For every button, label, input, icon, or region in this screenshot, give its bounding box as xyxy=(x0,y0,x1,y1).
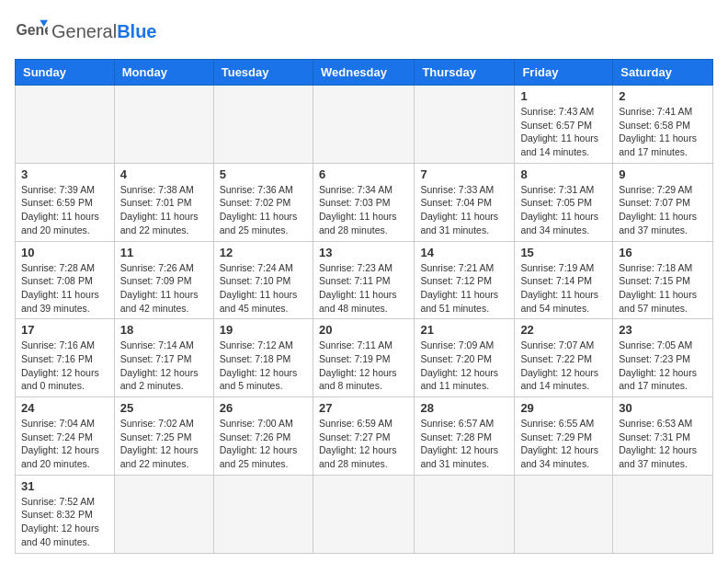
day-info: Sunrise: 7:04 AM Sunset: 7:24 PM Dayligh… xyxy=(21,417,108,471)
calendar-day-cell: 17Sunrise: 7:16 AM Sunset: 7:16 PM Dayli… xyxy=(16,319,115,397)
day-number: 1 xyxy=(520,89,607,103)
calendar-day-cell: 23Sunrise: 7:05 AM Sunset: 7:23 PM Dayli… xyxy=(613,319,713,397)
day-info: Sunrise: 7:39 AM Sunset: 6:59 PM Dayligh… xyxy=(21,183,108,237)
day-info: Sunrise: 6:57 AM Sunset: 7:28 PM Dayligh… xyxy=(420,417,508,471)
logo: General GeneralBlue xyxy=(15,15,157,48)
day-number: 30 xyxy=(619,401,707,415)
calendar-day-cell: 3Sunrise: 7:39 AM Sunset: 6:59 PM Daylig… xyxy=(16,163,115,241)
calendar-week-row: 10Sunrise: 7:28 AM Sunset: 7:08 PM Dayli… xyxy=(16,241,713,319)
weekday-header-saturday: Saturday xyxy=(613,60,713,86)
day-info: Sunrise: 7:41 AM Sunset: 6:58 PM Dayligh… xyxy=(619,105,707,159)
day-number: 28 xyxy=(420,401,508,415)
calendar-day-cell: 22Sunrise: 7:07 AM Sunset: 7:22 PM Dayli… xyxy=(515,319,613,397)
day-number: 29 xyxy=(520,401,607,415)
day-number: 14 xyxy=(420,246,508,259)
day-number: 20 xyxy=(319,323,408,337)
calendar-week-row: 17Sunrise: 7:16 AM Sunset: 7:16 PM Dayli… xyxy=(16,319,713,397)
day-number: 5 xyxy=(220,167,307,181)
day-number: 10 xyxy=(21,246,108,259)
day-info: Sunrise: 7:16 AM Sunset: 7:16 PM Dayligh… xyxy=(21,339,108,393)
calendar-day-cell: 27Sunrise: 6:59 AM Sunset: 7:27 PM Dayli… xyxy=(313,397,414,476)
day-info: Sunrise: 7:24 AM Sunset: 7:10 PM Dayligh… xyxy=(220,261,307,316)
calendar-day-cell: 10Sunrise: 7:28 AM Sunset: 7:08 PM Dayli… xyxy=(16,241,115,319)
calendar-day-cell: 20Sunrise: 7:11 AM Sunset: 7:19 PM Dayli… xyxy=(313,319,414,397)
day-info: Sunrise: 7:43 AM Sunset: 6:57 PM Dayligh… xyxy=(520,105,607,159)
day-number: 4 xyxy=(120,167,208,181)
calendar-day-cell: 6Sunrise: 7:34 AM Sunset: 7:03 PM Daylig… xyxy=(313,163,414,241)
day-info: Sunrise: 6:55 AM Sunset: 7:29 PM Dayligh… xyxy=(520,417,607,471)
weekday-header-monday: Monday xyxy=(114,60,213,86)
page-header: General GeneralBlue xyxy=(15,15,713,48)
day-number: 11 xyxy=(120,246,208,259)
day-number: 18 xyxy=(120,323,208,337)
calendar-day-cell xyxy=(114,475,213,553)
day-number: 22 xyxy=(520,323,607,337)
weekday-header-tuesday: Tuesday xyxy=(213,60,313,86)
calendar-day-cell xyxy=(114,86,213,164)
day-number: 2 xyxy=(619,89,707,103)
day-number: 13 xyxy=(319,246,408,259)
calendar-week-row: 3Sunrise: 7:39 AM Sunset: 6:59 PM Daylig… xyxy=(16,163,713,241)
day-info: Sunrise: 7:33 AM Sunset: 7:04 PM Dayligh… xyxy=(420,183,508,237)
calendar-day-cell xyxy=(613,475,713,553)
day-number: 9 xyxy=(619,167,707,181)
weekday-header-friday: Friday xyxy=(515,60,613,86)
day-info: Sunrise: 7:19 AM Sunset: 7:14 PM Dayligh… xyxy=(520,261,607,316)
day-number: 6 xyxy=(319,167,408,181)
day-info: Sunrise: 7:26 AM Sunset: 7:09 PM Dayligh… xyxy=(120,261,208,316)
logo-general-text: GeneralBlue xyxy=(51,21,157,41)
day-number: 24 xyxy=(21,401,108,415)
weekday-header-row: SundayMondayTuesdayWednesdayThursdayFrid… xyxy=(16,60,713,86)
calendar-day-cell: 8Sunrise: 7:31 AM Sunset: 7:05 PM Daylig… xyxy=(515,163,613,241)
day-number: 7 xyxy=(420,167,508,181)
day-info: Sunrise: 7:18 AM Sunset: 7:15 PM Dayligh… xyxy=(619,261,707,316)
calendar-day-cell: 31Sunrise: 7:52 AM Sunset: 8:32 PM Dayli… xyxy=(16,475,115,553)
calendar-day-cell: 19Sunrise: 7:12 AM Sunset: 7:18 PM Dayli… xyxy=(213,319,313,397)
day-info: Sunrise: 7:21 AM Sunset: 7:12 PM Dayligh… xyxy=(420,261,508,316)
calendar-day-cell: 11Sunrise: 7:26 AM Sunset: 7:09 PM Dayli… xyxy=(114,241,213,319)
logo-icon: General xyxy=(15,15,48,48)
weekday-header-thursday: Thursday xyxy=(415,60,515,86)
day-number: 27 xyxy=(319,401,408,415)
day-info: Sunrise: 7:36 AM Sunset: 7:02 PM Dayligh… xyxy=(220,183,307,237)
day-number: 3 xyxy=(21,167,108,181)
day-info: Sunrise: 7:31 AM Sunset: 7:05 PM Dayligh… xyxy=(520,183,607,237)
day-info: Sunrise: 7:05 AM Sunset: 7:23 PM Dayligh… xyxy=(619,339,707,393)
day-number: 15 xyxy=(520,246,607,259)
day-info: Sunrise: 7:02 AM Sunset: 7:25 PM Dayligh… xyxy=(120,417,208,471)
calendar-day-cell: 1Sunrise: 7:43 AM Sunset: 6:57 PM Daylig… xyxy=(515,86,613,164)
calendar-day-cell: 12Sunrise: 7:24 AM Sunset: 7:10 PM Dayli… xyxy=(213,241,313,319)
calendar-day-cell xyxy=(213,475,313,553)
day-info: Sunrise: 7:34 AM Sunset: 7:03 PM Dayligh… xyxy=(319,183,408,237)
calendar-day-cell xyxy=(313,86,414,164)
calendar-day-cell: 26Sunrise: 7:00 AM Sunset: 7:26 PM Dayli… xyxy=(213,397,313,476)
calendar-day-cell: 14Sunrise: 7:21 AM Sunset: 7:12 PM Dayli… xyxy=(415,241,515,319)
day-info: Sunrise: 7:12 AM Sunset: 7:18 PM Dayligh… xyxy=(220,339,307,393)
calendar-day-cell: 28Sunrise: 6:57 AM Sunset: 7:28 PM Dayli… xyxy=(415,397,515,476)
calendar-day-cell xyxy=(313,475,414,553)
calendar-week-row: 24Sunrise: 7:04 AM Sunset: 7:24 PM Dayli… xyxy=(16,397,713,476)
day-number: 19 xyxy=(220,323,307,337)
day-number: 8 xyxy=(520,167,607,181)
weekday-header-sunday: Sunday xyxy=(16,60,115,86)
calendar-day-cell: 4Sunrise: 7:38 AM Sunset: 7:01 PM Daylig… xyxy=(114,163,213,241)
day-info: Sunrise: 7:52 AM Sunset: 8:32 PM Dayligh… xyxy=(21,495,108,549)
calendar-day-cell xyxy=(515,475,613,553)
calendar-day-cell: 18Sunrise: 7:14 AM Sunset: 7:17 PM Dayli… xyxy=(114,319,213,397)
day-info: Sunrise: 7:29 AM Sunset: 7:07 PM Dayligh… xyxy=(619,183,707,237)
calendar-day-cell xyxy=(415,475,515,553)
calendar-day-cell: 15Sunrise: 7:19 AM Sunset: 7:14 PM Dayli… xyxy=(515,241,613,319)
day-number: 12 xyxy=(220,246,307,259)
day-number: 17 xyxy=(21,323,108,337)
calendar-day-cell: 7Sunrise: 7:33 AM Sunset: 7:04 PM Daylig… xyxy=(415,163,515,241)
calendar-day-cell xyxy=(16,86,115,164)
calendar-week-row: 31Sunrise: 7:52 AM Sunset: 8:32 PM Dayli… xyxy=(16,475,713,553)
calendar-day-cell: 5Sunrise: 7:36 AM Sunset: 7:02 PM Daylig… xyxy=(213,163,313,241)
day-number: 16 xyxy=(619,246,707,259)
day-number: 31 xyxy=(21,479,108,493)
calendar-week-row: 1Sunrise: 7:43 AM Sunset: 6:57 PM Daylig… xyxy=(16,86,713,164)
calendar-day-cell: 16Sunrise: 7:18 AM Sunset: 7:15 PM Dayli… xyxy=(613,241,713,319)
day-number: 21 xyxy=(420,323,508,337)
day-info: Sunrise: 7:07 AM Sunset: 7:22 PM Dayligh… xyxy=(520,339,607,393)
day-info: Sunrise: 6:53 AM Sunset: 7:31 PM Dayligh… xyxy=(619,417,707,471)
